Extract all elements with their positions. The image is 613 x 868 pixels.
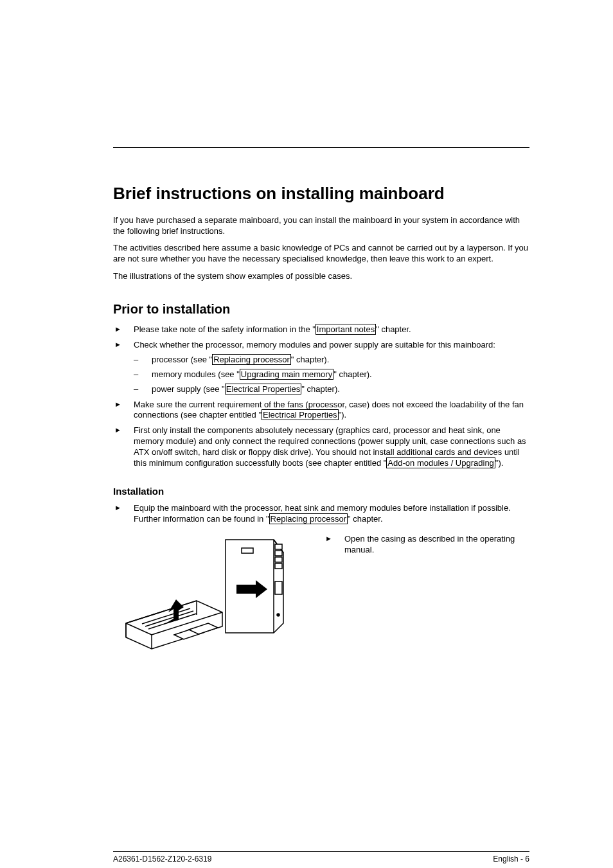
dash-processor: processor (see "Replacing processor" cha…	[134, 355, 529, 366]
text: processor (see "	[152, 355, 212, 364]
text: ").	[339, 410, 347, 420]
text: " chapter).	[301, 384, 340, 394]
text: Check whether the processor, memory modu…	[134, 340, 495, 350]
text: memory modules (see "	[152, 369, 240, 379]
intro-paragraph-2: The activities described here assume a b…	[113, 243, 529, 264]
text: " chapter.	[348, 514, 382, 524]
svg-rect-7	[275, 581, 282, 594]
bullet-fan-current: Make sure the current requirement of the…	[113, 400, 529, 421]
svg-rect-5	[275, 557, 282, 562]
bullet-open-casing: Open the casing as described in the oper…	[324, 534, 529, 556]
text: " chapter).	[333, 369, 372, 379]
link-electrical-properties-2[interactable]: Electrical Properties	[262, 409, 339, 420]
text: " chapter).	[291, 355, 330, 364]
intro-paragraph-1: If you have purchased a separate mainboa…	[113, 215, 529, 236]
page-title: Brief instructions on installing mainboa…	[113, 184, 529, 204]
svg-rect-4	[275, 551, 282, 556]
bullet-minimum-config: First only install the components absolu…	[113, 425, 529, 469]
svg-rect-6	[275, 563, 282, 569]
svg-point-8	[277, 614, 280, 616]
section-prior-heading: Prior to installation	[113, 302, 529, 317]
page-footer: A26361-D1562-Z120-2-6319 English - 6	[113, 852, 529, 864]
text: " chapter.	[376, 324, 411, 334]
link-replacing-processor[interactable]: Replacing processor	[212, 354, 291, 365]
link-replacing-processor-2[interactable]: Replacing processor	[269, 513, 348, 524]
figure-bullet-list: Open the casing as described in the oper…	[324, 534, 529, 556]
text: power supply (see "	[152, 384, 225, 394]
svg-rect-9	[242, 548, 253, 553]
install-bullet-list: Equip the mainboard with the processor, …	[113, 503, 529, 525]
text: Open the casing as described in the oper…	[344, 534, 515, 554]
svg-rect-3	[275, 544, 282, 549]
link-important-notes[interactable]: Important notes	[315, 324, 376, 335]
figure-row: Open the casing as described in the oper…	[113, 530, 529, 659]
text: Please take note of the safety informati…	[134, 324, 315, 334]
footer-doc-id: A26361-D1562-Z120-2-6319	[113, 855, 211, 864]
casing-figure	[113, 530, 306, 659]
figure-text-column: Open the casing as described in the oper…	[306, 530, 529, 560]
bullet-equip-mainboard: Equip the mainboard with the processor, …	[113, 503, 529, 525]
link-electrical-properties[interactable]: Electrical Properties	[225, 384, 302, 394]
bullet-check-suitable: Check whether the processor, memory modu…	[113, 340, 529, 395]
dash-memory: memory modules (see "Upgrading main memo…	[134, 369, 529, 380]
text: ").	[495, 458, 504, 468]
bullet-safety: Please take note of the safety informati…	[113, 324, 529, 335]
dash-power: power supply (see "Electrical Properties…	[134, 384, 529, 395]
intro-paragraph-3: The illustrations of the system show exa…	[113, 271, 529, 282]
link-upgrading-memory[interactable]: Upgrading main memory	[240, 369, 333, 380]
casing-illustration-icon	[113, 530, 306, 659]
link-addon-modules[interactable]: Add-on modules / Upgrading	[386, 457, 495, 468]
dash-list: processor (see "Replacing processor" cha…	[134, 355, 529, 395]
top-rule	[113, 147, 529, 148]
prior-bullet-list: Please take note of the safety informati…	[113, 324, 529, 469]
section-installation-heading: Installation	[113, 486, 529, 497]
footer-page-lang: English - 6	[493, 855, 529, 864]
